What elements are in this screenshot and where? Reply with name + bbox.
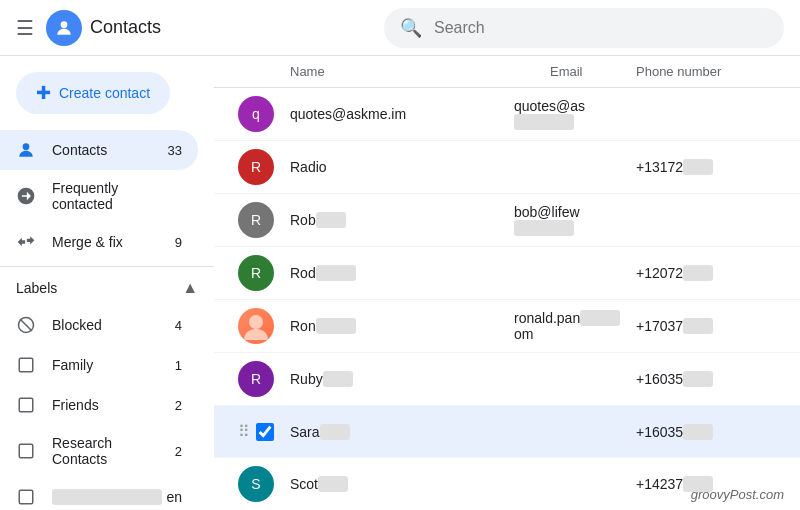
contact-email: ronald.pan om — [514, 310, 636, 342]
row-checkbox[interactable] — [256, 423, 274, 441]
contact-phone: +12072 — [636, 265, 776, 281]
sidebar-item-friends[interactable]: Friends 2 — [0, 385, 198, 425]
labels-section-header[interactable]: Labels ▲ — [0, 271, 214, 305]
contact-email: bob@lifew — [514, 204, 636, 236]
merge-fix-icon — [16, 232, 36, 252]
avatar: q — [238, 96, 274, 132]
contacts-icon — [16, 140, 36, 160]
search-bar: 🔍 — [384, 8, 784, 48]
header-email: Email — [550, 64, 636, 79]
sidebar-divider — [0, 266, 214, 267]
contact-list: Name Email Phone number q quotes@askme.i… — [214, 56, 800, 510]
blurred-label-icon — [16, 487, 36, 507]
avatar — [238, 308, 274, 344]
merge-fix-label: Merge & fix — [52, 234, 167, 250]
svg-point-8 — [249, 315, 263, 329]
svg-rect-5 — [19, 398, 33, 412]
plus-icon: ✚ — [36, 82, 51, 104]
table-row[interactable]: R Rod +12072 — [214, 247, 800, 300]
create-contact-label: Create contact — [59, 85, 150, 101]
avatar: S — [238, 466, 274, 502]
avatar: R — [238, 202, 274, 238]
contacts-badge: 33 — [168, 143, 182, 158]
contact-phone: +13172 — [636, 159, 776, 175]
chevron-up-icon: ▲ — [182, 279, 198, 297]
friends-label: Friends — [52, 397, 167, 413]
svg-rect-7 — [19, 490, 33, 504]
header-phone: Phone number — [636, 64, 776, 79]
list-header: Name Email Phone number — [214, 56, 800, 88]
avatar: R — [238, 255, 274, 291]
contact-name: Sara — [290, 424, 514, 440]
search-input[interactable] — [434, 19, 768, 37]
drag-handle-icon: ⠿ — [238, 422, 250, 441]
contact-name: Rob — [290, 212, 514, 228]
contact-name: Radio — [290, 159, 514, 175]
contact-name: Scot — [290, 476, 514, 492]
svg-point-0 — [61, 21, 68, 28]
svg-rect-6 — [19, 444, 33, 458]
menu-icon[interactable]: ☰ — [16, 16, 34, 40]
sidebar-item-contacts[interactable]: Contacts 33 — [0, 130, 198, 170]
sidebar-item-blocked[interactable]: Blocked 4 — [0, 305, 198, 345]
sidebar-item-research-contacts[interactable]: Research Contacts 2 — [0, 425, 198, 477]
header-name: Name — [290, 64, 550, 79]
contact-phone: +17037 — [636, 318, 776, 334]
contact-phone: +16035 — [636, 424, 776, 440]
research-contacts-label: Research Contacts — [52, 435, 167, 467]
contact-name: Rod — [290, 265, 514, 281]
search-icon: 🔍 — [400, 17, 422, 39]
blocked-icon — [16, 315, 36, 335]
blurred-label — [52, 489, 162, 505]
frequently-contacted-icon — [16, 186, 36, 206]
table-row[interactable]: ⠿ Sara +16035 — [214, 406, 800, 458]
research-contacts-icon — [16, 441, 36, 461]
table-row[interactable]: q quotes@askme.im quotes@as — [214, 88, 800, 141]
frequently-contacted-label: Frequently contacted — [52, 180, 182, 212]
contact-phone: +16035 — [636, 371, 776, 387]
table-row[interactable]: R Radio +13172 — [214, 141, 800, 194]
sidebar-item-blurred[interactable]: en — [0, 477, 198, 510]
sidebar-item-merge-fix[interactable]: Merge & fix 9 — [0, 222, 198, 262]
contact-name: Ron — [290, 318, 514, 334]
table-row[interactable]: R Ruby +16035 — [214, 353, 800, 406]
blocked-badge: 4 — [175, 318, 182, 333]
app-logo — [46, 10, 82, 46]
contact-name: Ruby — [290, 371, 514, 387]
sidebar: ✚ Create contact Contacts 33 Frequently … — [0, 56, 214, 510]
table-row[interactable]: Ron ronald.pan om +17037 — [214, 300, 800, 353]
sidebar-item-frequently-contacted[interactable]: Frequently contacted — [0, 170, 198, 222]
table-row[interactable]: R Rob bob@lifew — [214, 194, 800, 247]
table-row[interactable]: S Scot +14237 — [214, 458, 800, 510]
svg-point-1 — [23, 143, 30, 150]
contact-email: quotes@as — [514, 98, 636, 130]
contact-name: quotes@askme.im — [290, 106, 514, 122]
svg-line-3 — [20, 319, 32, 331]
family-badge: 1 — [175, 358, 182, 373]
family-icon — [16, 355, 36, 375]
watermark: groovyPost.com — [691, 487, 784, 502]
labels-header-label: Labels — [16, 280, 57, 296]
avatar: R — [238, 149, 274, 185]
family-label: Family — [52, 357, 167, 373]
app-title: Contacts — [90, 17, 161, 38]
svg-rect-4 — [19, 358, 33, 372]
merge-fix-badge: 9 — [175, 235, 182, 250]
avatar: R — [238, 361, 274, 397]
research-contacts-badge: 2 — [175, 444, 182, 459]
sidebar-item-family[interactable]: Family 1 — [0, 345, 198, 385]
friends-badge: 2 — [175, 398, 182, 413]
blocked-label: Blocked — [52, 317, 167, 333]
contacts-nav-label: Contacts — [52, 142, 160, 158]
create-contact-button[interactable]: ✚ Create contact — [16, 72, 170, 114]
friends-icon — [16, 395, 36, 415]
blurred-label-suffix: en — [166, 489, 182, 505]
